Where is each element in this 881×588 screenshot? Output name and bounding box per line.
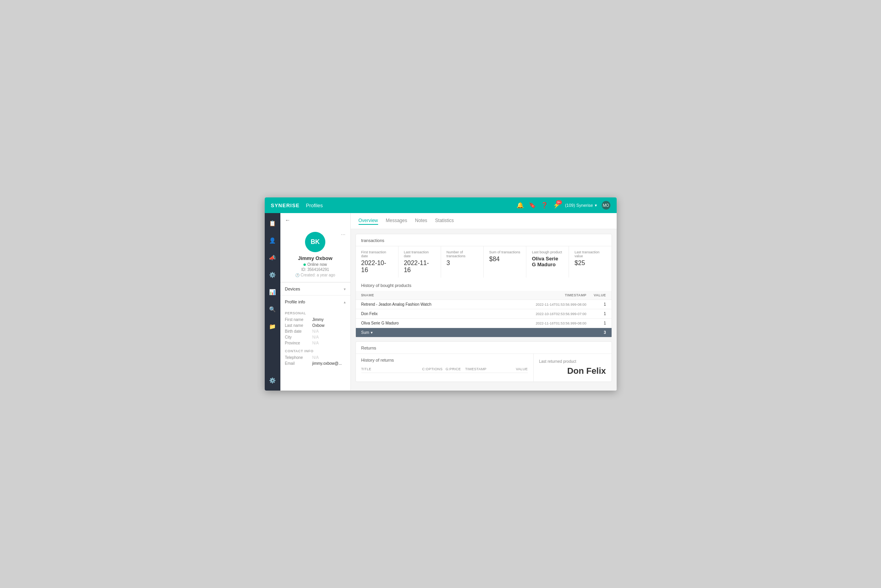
- sum-button[interactable]: Sum ▾: [361, 330, 373, 335]
- stat-first-date-label: First transaction date: [361, 250, 393, 258]
- nav-globe-icon[interactable]: 🔍: [267, 304, 278, 315]
- city-label: City: [285, 335, 312, 339]
- email-row: Email jimmy.oxbow@...: [285, 361, 346, 366]
- stat-num-value: 3: [447, 260, 478, 267]
- stat-last-product: Last bough product Oliva Serie G Maduro: [526, 246, 569, 278]
- stat-last-date-label: Last transaction date: [404, 250, 435, 258]
- tab-overview[interactable]: Overview: [359, 217, 378, 225]
- back-button[interactable]: ←: [285, 217, 291, 223]
- notification-icon[interactable]: ⚡ 9+: [553, 202, 560, 209]
- logo: SYNERISE: [271, 203, 300, 208]
- sum-total: 3: [604, 330, 606, 335]
- profile-created: 🕐 Created: a year ago: [295, 273, 335, 277]
- last-returned-product: Last returned product Don Felix: [533, 354, 612, 382]
- nav-megaphone-icon[interactable]: 📣: [267, 252, 278, 263]
- stat-last-product-value: Oliva Serie G Maduro: [532, 256, 563, 267]
- profile-info-chevron: ▴: [344, 300, 346, 304]
- tab-statistics[interactable]: Statistics: [435, 217, 454, 225]
- province-row: Province N/A: [285, 341, 346, 345]
- bookmark-icon[interactable]: 🔖: [529, 202, 536, 209]
- sidebar-nav: 📋 👤 📣 ⚙️ 📊 🔍 📁 ⚙️: [265, 213, 280, 391]
- personal-label: PERSONAL: [285, 311, 346, 315]
- row2-name: Don Felix: [361, 312, 524, 316]
- tab-messages[interactable]: Messages: [386, 217, 407, 225]
- th-timestamp: TIMESTAMP: [524, 293, 587, 297]
- city-row: City N/A: [285, 335, 346, 339]
- stat-sum-value: $84: [489, 256, 520, 263]
- row3-value: 1: [587, 321, 606, 325]
- profile-name: Jimmy Oxbow: [298, 255, 332, 261]
- bought-table: $name TIMESTAMP Value Retrend - Jeadon A…: [356, 291, 612, 337]
- user-menu[interactable]: (109) Synerise ▾: [565, 203, 597, 208]
- city-value: N/A: [312, 335, 319, 339]
- birth-date-value: N/A: [312, 329, 319, 333]
- profile-info-content: PERSONAL First name Jimmy Last name Oxbo…: [280, 308, 350, 370]
- stat-num-label: Number of transactions: [447, 250, 478, 258]
- row1-value: 1: [587, 302, 606, 307]
- left-panel: ← ··· BK Jimmy Oxbow Online now ID: 3564…: [280, 213, 351, 391]
- returns-history-title: History of returns: [361, 358, 528, 362]
- returns-body: History of returns title c:options g:pri…: [356, 354, 612, 382]
- stat-last-product-label: Last bough product: [532, 250, 563, 254]
- sum-row: Sum ▾ 3: [356, 328, 612, 337]
- help-icon[interactable]: ❓: [541, 202, 548, 209]
- rth-title: title: [361, 367, 422, 371]
- table-header: $name TIMESTAMP Value: [356, 291, 612, 300]
- devices-section-header[interactable]: Devices ▾: [280, 283, 350, 295]
- transactions-card: transactions First transaction date 2022…: [355, 234, 612, 337]
- last-returned-label: Last returned product: [539, 359, 606, 364]
- more-options-button[interactable]: ···: [341, 231, 346, 237]
- last-name-row: Last name Oxbow: [285, 323, 346, 328]
- last-name-label: Last name: [285, 323, 312, 328]
- page-title: Profiles: [306, 203, 323, 208]
- stat-num-transactions: Number of transactions 3: [441, 246, 484, 278]
- stat-last-value-label: Last transaction value: [574, 250, 606, 258]
- nav-profiles-icon[interactable]: 👤: [267, 235, 278, 246]
- nav-folder-icon[interactable]: 📁: [267, 321, 278, 332]
- last-returned-value: Don Felix: [539, 366, 606, 376]
- province-value: N/A: [312, 341, 319, 345]
- notif-badge: 9+: [556, 200, 562, 204]
- returns-card: Returns History of returns title c:optio…: [355, 341, 612, 382]
- content-body: transactions First transaction date 2022…: [351, 229, 617, 391]
- th-value: Value: [587, 293, 606, 297]
- profile-info-section-header[interactable]: Profile info ▴: [280, 296, 350, 308]
- nav-settings-icon[interactable]: ⚙️: [267, 269, 278, 280]
- profile-section: ··· BK Jimmy Oxbow Online now ID: 356416…: [280, 227, 350, 282]
- nav-gear-icon[interactable]: ⚙️: [267, 375, 278, 386]
- main-content: Overview Messages Notes Statistics trans…: [351, 213, 617, 391]
- nav-chart-icon[interactable]: 📊: [267, 287, 278, 298]
- panel-header: ←: [280, 213, 350, 227]
- stat-sum-label: Sum of transactions: [489, 250, 520, 254]
- table-row: Retrend - Jeadon Analog Fashion Watch 20…: [356, 300, 612, 309]
- first-name-label: First name: [285, 317, 312, 322]
- rth-value: Value: [512, 367, 528, 371]
- stats-row: First transaction date 2022-10-16 Last t…: [356, 246, 612, 278]
- nav-book-icon[interactable]: 📋: [267, 218, 278, 229]
- transactions-title: transactions: [356, 234, 612, 246]
- bell-icon[interactable]: 🔔: [517, 202, 524, 209]
- history-title: History of bought products: [356, 278, 612, 291]
- stat-last-date-value: 2022-11-16: [404, 260, 435, 274]
- returns-section-title: Returns: [356, 342, 612, 354]
- profile-info-label: Profile info: [285, 299, 305, 304]
- rth-timestamp: TIMESTAMP: [465, 367, 512, 371]
- sum-chevron: ▾: [371, 330, 373, 335]
- row2-value: 1: [587, 312, 606, 316]
- returns-table-header: title c:options g:price TIMESTAMP Value: [361, 366, 528, 373]
- row1-timestamp: 2022-11-14T01:53:56.999-08:00: [524, 303, 587, 307]
- contact-label: CONTACT INFO: [285, 349, 346, 353]
- avatar: BK: [305, 232, 325, 252]
- stat-last-value: Last transaction value $25: [569, 246, 611, 278]
- stat-last-date: Last transaction date 2022-11-16: [398, 246, 441, 278]
- returns-history: History of returns title c:options g:pri…: [356, 354, 533, 382]
- email-label: Email: [285, 361, 312, 366]
- profile-id: ID: 3564164291: [301, 267, 329, 272]
- birth-date-row: Birth date N/A: [285, 329, 346, 333]
- birth-date-label: Birth date: [285, 329, 312, 333]
- tab-notes[interactable]: Notes: [415, 217, 427, 225]
- stat-first-date: First transaction date 2022-10-16: [356, 246, 398, 278]
- th-name: $name: [361, 293, 524, 297]
- content-tabs: Overview Messages Notes Statistics: [351, 213, 617, 229]
- user-avatar[interactable]: MO: [602, 201, 610, 210]
